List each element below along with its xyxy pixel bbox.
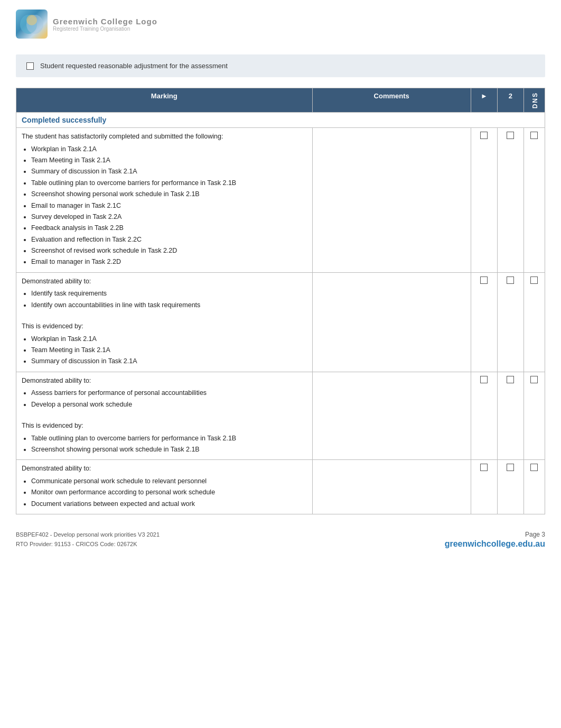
checkbox-s[interactable]	[480, 464, 488, 471]
checkbox-n[interactable]	[507, 132, 514, 139]
list-item: Develop a personal work schedule	[31, 400, 307, 410]
row3-dns-check[interactable]	[523, 372, 545, 460]
list-item: Evaluation and reflection in Task 2.2C	[31, 235, 307, 245]
th-marking: Marking	[16, 88, 313, 113]
row1-list: Workplan in Task 2.1A Team Meeting in Ta…	[31, 144, 307, 268]
row2-content: Demonstrated ability to: Identify task r…	[16, 272, 313, 372]
logo-icon	[16, 10, 48, 39]
row2-n-check[interactable]	[497, 272, 523, 372]
checkbox-s[interactable]	[480, 132, 488, 139]
row2-evidence-list: Workplan in Task 2.1A Team Meeting in Ta…	[31, 334, 307, 367]
adjustment-label: Student requested reasonable adjustment …	[40, 62, 228, 70]
list-item: Email to manager in Task 2.1C	[31, 201, 307, 211]
row4-dns-check[interactable]	[523, 460, 545, 514]
row4-content: Demonstrated ability to: Communicate per…	[16, 460, 313, 514]
section-heading-row: Completed successfully	[16, 113, 545, 128]
list-item: Team Meeting in Task 2.1A	[31, 155, 307, 165]
row3-evidence-list: Table outlining plan to overcome barrier…	[31, 434, 307, 455]
row2-evidence-title: This is evidenced by:	[22, 321, 307, 331]
checkbox-dns[interactable]	[530, 464, 538, 471]
row3-evidence-title: This is evidenced by:	[22, 421, 307, 431]
th-s: ►	[471, 88, 497, 113]
row3-s-check[interactable]	[471, 372, 497, 460]
list-item: Workplan in Task 2.1A	[31, 334, 307, 344]
list-item: Team Meeting in Task 2.1A	[31, 345, 307, 355]
row2-dns-check[interactable]	[523, 272, 545, 372]
logo-main-text: Greenwich College Logo	[53, 17, 157, 26]
checkbox-dns[interactable]	[530, 277, 538, 284]
svg-point-2	[26, 15, 37, 25]
row3-title: Demonstrated ability to:	[22, 376, 307, 386]
th-dns: DNS	[523, 88, 545, 113]
table-row: Demonstrated ability to: Identify task r…	[16, 272, 545, 372]
table-row: Demonstrated ability to: Assess barriers…	[16, 372, 545, 460]
table-header-row: Marking Comments ► 2 DNS	[16, 88, 545, 113]
marking-table: Marking Comments ► 2 DNS Completed succe…	[16, 88, 545, 514]
row1-comments	[312, 128, 471, 273]
th-n: 2	[497, 88, 523, 113]
list-item: Screenshot showing personal work schedul…	[31, 445, 307, 455]
row3-list: Assess barriers for performance of perso…	[31, 388, 307, 410]
list-item: Table outlining plan to overcome barrier…	[31, 434, 307, 444]
row4-list: Communicate personal work schedule to re…	[31, 476, 307, 509]
checkbox-n[interactable]	[507, 277, 514, 284]
list-item: Summary of discussion in Task 2.1A	[31, 167, 307, 177]
table-row: Demonstrated ability to: Communicate per…	[16, 460, 545, 514]
adjustment-checkbox[interactable]	[26, 62, 34, 70]
logo-text: Greenwich College Logo Registered Traini…	[53, 17, 157, 32]
row2-list: Identify task requirements Identify own …	[31, 289, 307, 310]
main-table-wrap: Marking Comments ► 2 DNS Completed succe…	[16, 88, 545, 514]
logo-sub-text: Registered Training Organisation	[53, 26, 157, 32]
row3-n-check[interactable]	[497, 372, 523, 460]
footer-line1: BSBPEF402 - Develop personal work priori…	[16, 530, 160, 540]
checkbox-n[interactable]	[507, 376, 514, 383]
footer-brand-suffix: .edu.au	[516, 539, 545, 548]
row2-s-check[interactable]	[471, 272, 497, 372]
row1-n-check[interactable]	[497, 128, 523, 273]
list-item: Table outlining plan to overcome barrier…	[31, 178, 307, 188]
row4-n-check[interactable]	[497, 460, 523, 514]
row1-s-check[interactable]	[471, 128, 497, 273]
table-row: The student has satisfactorily completed…	[16, 128, 545, 273]
footer-left: BSBPEF402 - Develop personal work priori…	[16, 530, 160, 549]
list-item: Workplan in Task 2.1A	[31, 144, 307, 154]
header: Greenwich College Logo Registered Traini…	[0, 0, 561, 44]
row1-dns-check[interactable]	[523, 128, 545, 273]
row4-title: Demonstrated ability to:	[22, 464, 307, 474]
list-item: Communicate personal work schedule to re…	[31, 476, 307, 486]
checkbox-dns[interactable]	[530, 376, 538, 383]
section-heading: Completed successfully	[22, 116, 106, 124]
checkbox-dns[interactable]	[530, 132, 538, 139]
list-item: Email to manager in Task 2.2D	[31, 257, 307, 267]
row1-title: The student has satisfactorily completed…	[22, 132, 307, 142]
list-item: Feedback analysis in Task 2.2B	[31, 223, 307, 233]
list-item: Screenshot of revised work schedule in T…	[31, 246, 307, 256]
row1-content: The student has satisfactorily completed…	[16, 128, 313, 273]
list-item: Monitor own performance according to per…	[31, 487, 307, 497]
list-item: Document variations between expected and…	[31, 499, 307, 509]
section-heading-cell: Completed successfully	[16, 113, 545, 128]
checkbox-s[interactable]	[480, 277, 488, 284]
row4-s-check[interactable]	[471, 460, 497, 514]
list-item: Assess barriers for performance of perso…	[31, 388, 307, 398]
th-comments: Comments	[312, 88, 471, 113]
list-item: Summary of discussion in Task 2.1A	[31, 356, 307, 366]
adjustment-checkbox-row: Student requested reasonable adjustment …	[16, 54, 545, 77]
list-item: Identify task requirements	[31, 289, 307, 299]
footer-brand-normal: greenwichcollege	[445, 539, 516, 548]
row3-comments	[312, 372, 471, 460]
footer-right: Page 3 greenwichcollege.edu.au	[445, 531, 545, 549]
footer-page: Page 3	[445, 531, 545, 538]
row2-comments	[312, 272, 471, 372]
row4-comments	[312, 460, 471, 514]
logo-container: Greenwich College Logo Registered Traini…	[16, 10, 157, 39]
checkbox-n[interactable]	[507, 464, 514, 471]
checkbox-s[interactable]	[480, 376, 488, 383]
row2-title: Demonstrated ability to:	[22, 277, 307, 287]
footer-brand: greenwichcollege.edu.au	[445, 539, 545, 549]
list-item: Screenshot showing personal work schedul…	[31, 189, 307, 199]
list-item: Identify own accountabilities in line wi…	[31, 300, 307, 310]
footer: BSBPEF402 - Develop personal work priori…	[16, 530, 545, 549]
footer-line2: RTO Provider: 91153 - CRICOS Code: 02672…	[16, 540, 160, 549]
row3-content: Demonstrated ability to: Assess barriers…	[16, 372, 313, 460]
